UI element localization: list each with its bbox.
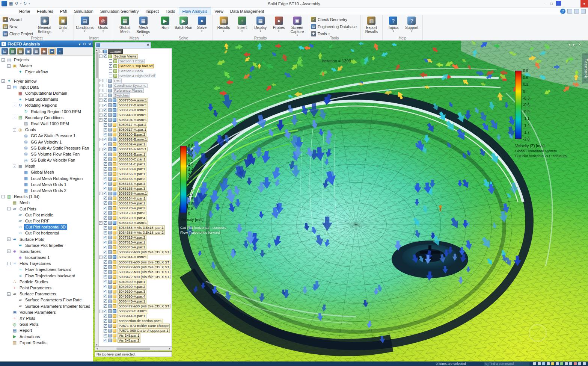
ribbon-button-probes[interactable]: ●Probes▾ (270, 16, 288, 32)
copy-view-icon[interactable]: ▦ (17, 48, 24, 54)
tree-item-isosurfaces-1[interactable]: ◈Isosurfaces 1 (0, 254, 93, 260)
tree-item-real-wall-1000-rpm[interactable]: ▨Real Wall 1000 RPM (0, 121, 93, 127)
tree-item-vis-3x8-par-2[interactable]: Vis 3x8.par:2 (99, 338, 172, 343)
display-options-icon[interactable] (583, 362, 586, 365)
tree-item-5086166-a-par-3[interactable]: 5086166-A.par:3 (99, 186, 172, 191)
ribbon-button-units[interactable]: ▣Units▾ (54, 16, 72, 32)
visibility-checkbox[interactable] (104, 182, 107, 185)
panel-close-icon[interactable]: ✕ (88, 42, 91, 46)
tree-item-boundary-conditions[interactable]: -▧Boundary Conditions (0, 115, 93, 121)
tree-item-5086127-b-asm-1[interactable]: +5086127-B.asm:1 (99, 103, 172, 108)
minimize-button[interactable]: – (542, 0, 548, 7)
visibility-checkbox[interactable] (104, 153, 107, 156)
dropdown-arrow-icon[interactable]: ▾ (278, 30, 280, 32)
tab-pmi[interactable]: PMI (57, 8, 71, 15)
visibility-checkbox[interactable] (104, 324, 107, 328)
expander-icon[interactable]: - (13, 165, 16, 168)
flow-advisor-icon[interactable]: ≈ (57, 48, 63, 54)
close-view-icon[interactable]: ✕ (578, 42, 581, 47)
scroll-left-icon[interactable]: ◄ (96, 348, 98, 350)
tree-item-sg-bulk-av-static-pressure-fan[interactable]: ◎SG Bulk Av Static Pressure Fan (0, 145, 93, 151)
section-view-section-2-top-half-off[interactable]: Section 2 Top half off (99, 64, 172, 68)
visibility-checkbox[interactable] (104, 104, 107, 107)
tree-item-rotating-region-1000-rpm[interactable]: ↻Rotating Region 1000 RPM (0, 109, 93, 115)
layout-icon-3[interactable] (581, 9, 586, 14)
visibility-checkbox[interactable] (104, 118, 107, 122)
ribbon-button-screen-capture[interactable]: ▣Screen Capture▾ (288, 16, 306, 36)
select-icon[interactable] (533, 362, 536, 365)
select-options-icon[interactable] (538, 362, 541, 365)
ribbon-button-export-results[interactable]: ▥Export Results (363, 16, 380, 34)
expander-icon[interactable]: + (99, 89, 103, 92)
tree-item-cut-plot-middle[interactable]: ▱Cut Plot middle (0, 212, 93, 218)
tree-item-5064688-a-vis-3-5x18-par-2[interactable]: 5064688-A Vis 3.5x18 .par:2 (99, 230, 172, 235)
tree-item-goal-plots[interactable]: ◎Goal Plots (0, 321, 93, 327)
plot-manager-icon[interactable]: ◉ (41, 48, 47, 54)
expander-icon[interactable]: - (7, 64, 11, 68)
expander-icon[interactable]: + (99, 84, 103, 87)
ribbon-button-run[interactable]: ▶Run (156, 16, 174, 30)
tree-item-isosurfaces[interactable]: -◈Isosurfaces (0, 248, 93, 254)
tree-item-5064688-a-vis-3-5x18-par-1[interactable]: 5064688-A Vis 3.5x18 .par:1 (99, 225, 172, 230)
expander-icon[interactable]: - (99, 50, 103, 53)
tree-item-5049690-a-par-2[interactable]: 5049690-A.par:2 (99, 284, 172, 289)
tree-item-rotating-regions[interactable]: -↻Rotating Regions (0, 102, 93, 108)
window-layouts-icon[interactable] (578, 362, 581, 365)
tree-item-point-parameters[interactable]: +Point Parameters (0, 285, 93, 291)
tab-view[interactable]: View (211, 8, 227, 15)
visibility-checkbox[interactable] (104, 197, 107, 200)
tree-item-5086170-a-par-2[interactable]: 5086170-A.par:2 (99, 206, 172, 211)
dropdown-arrow-icon[interactable]: ▾ (223, 30, 225, 32)
visibility-checkbox[interactable] (104, 246, 107, 249)
visibility-checkbox[interactable] (104, 162, 107, 166)
expander-icon[interactable]: - (2, 195, 5, 198)
hscrollbar-thumb[interactable] (116, 348, 150, 350)
tree-item-local-mesh-rotating-region[interactable]: ▦Local Mesh Rotating Region (0, 175, 93, 181)
load-results-icon[interactable]: ▤ (2, 48, 8, 54)
expander-icon[interactable]: + (99, 118, 103, 122)
tree-item-5086160-a-asm-1[interactable]: +5086160-A.asm:1 (99, 221, 172, 225)
layout-icon-2[interactable] (574, 9, 579, 14)
tree-item-cut-plot-horizontal[interactable]: ▱Cut Plot horizontal (0, 230, 93, 236)
visibility-checkbox[interactable] (104, 216, 107, 220)
save-image-icon[interactable]: ▥ (9, 48, 16, 54)
tree-item-5086100-b-par-2[interactable]: 5086100-B.par:2 (99, 132, 172, 137)
scroll-up-icon[interactable]: ▲ (96, 49, 98, 51)
visibility-checkbox[interactable] (104, 315, 107, 318)
tree-item-surface-parameters[interactable]: -▰Surface Parameters (0, 291, 93, 297)
ribbon-button-solve[interactable]: ●Solve▾ (193, 16, 211, 32)
tile-plots-icon[interactable]: ▦ (33, 48, 39, 54)
visibility-checkbox[interactable] (104, 231, 107, 234)
tree-item-pj871-069-carte-chopper-par-1[interactable]: PJ871-069 Carte chopper.par:1 (99, 328, 172, 333)
tree-item-connection-de-cordon-par-1[interactable]: connection de cordon.par:1 (99, 319, 172, 324)
tree-item-5086445-a-par-1[interactable]: 5086445-A.par:1 (99, 299, 172, 304)
visibility-checkbox[interactable] (104, 192, 107, 195)
help-icon[interactable]: ? (560, 9, 565, 14)
expander-icon[interactable]: - (7, 85, 11, 89)
common-views-icon[interactable] (569, 362, 572, 365)
pathfinder-close-icon[interactable]: ✕ (146, 43, 149, 47)
visibility-checkbox[interactable] (104, 221, 107, 225)
tree-item-5086128-b-asm-1[interactable]: +5086128-B.asm:1 (99, 108, 172, 113)
tree-item-5087044-a-asm-1[interactable]: +5087044-A.asm:1 (99, 255, 172, 260)
tab-inspect[interactable]: Inspect (142, 8, 162, 15)
command-finder[interactable] (484, 362, 529, 366)
expander-icon[interactable]: + (99, 94, 103, 97)
tree-item-flow-trajectories-forward[interactable]: ≈Flow Trajectories forward (0, 266, 93, 272)
application-menu-icon[interactable] (2, 1, 7, 6)
visibility-checkbox[interactable] (104, 201, 107, 205)
tab-tools[interactable]: Tools (162, 8, 179, 15)
visibility-checkbox[interactable] (109, 59, 112, 63)
expander-icon[interactable]: + (99, 104, 103, 107)
dropdown-arrow-icon[interactable]: ▾ (201, 30, 203, 32)
ribbon-button-global-mesh[interactable]: ▦Global Mesh (116, 16, 134, 34)
expander-icon[interactable]: + (99, 109, 103, 112)
tree-item-5008472-a00-vis-t-le-cblx-st[interactable]: 5008472-a00 (Vis tôle CBLX ST (99, 274, 172, 279)
expander-icon[interactable]: + (99, 221, 103, 225)
visibility-checkbox[interactable] (104, 310, 107, 313)
fit-icon[interactable] (556, 362, 559, 365)
ribbon-button-check-geometry[interactable]: ✓Check Geometry (310, 16, 357, 23)
expander-icon[interactable]: + (99, 256, 103, 259)
visibility-checkbox[interactable] (104, 98, 107, 102)
section-view-section-3-back[interactable]: Section 3 Back (99, 68, 172, 73)
